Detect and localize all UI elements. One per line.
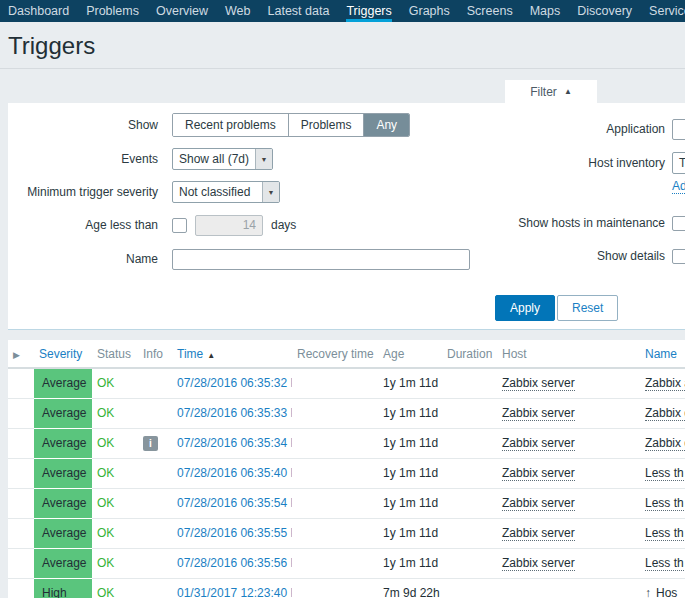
event-time-link[interactable]: 07/28/2016 06:35:56 PM <box>177 556 292 570</box>
column-header-name[interactable]: Name <box>640 340 685 368</box>
table-row: AverageOKi07/28/2016 06:35:34 PM1y 1m 11… <box>8 428 685 458</box>
info-cell <box>138 368 172 398</box>
maintenance-label: Show hosts in maintenance <box>465 216 665 230</box>
filter-row-host-inventory: Host inventory Type ▼ <box>465 151 685 175</box>
expand-cell <box>8 518 34 548</box>
recovery-time-cell <box>292 428 378 458</box>
host-link[interactable]: Zabbix server <box>502 496 575 511</box>
severity-cell: Average <box>34 518 92 548</box>
nav-item-web[interactable]: Web <box>225 0 250 22</box>
time-cell: 07/28/2016 06:35:32 PM <box>172 368 292 398</box>
name-cell: ↑Hos <box>640 578 685 598</box>
add-inventory-link[interactable]: Add <box>672 179 685 194</box>
expand-cell <box>8 578 34 598</box>
min-severity-select-value: Not classified <box>173 185 262 199</box>
host-link[interactable]: Zabbix server <box>502 526 575 541</box>
nav-item-dashboard[interactable]: Dashboard <box>8 0 69 22</box>
nav-item-services[interactable]: Services <box>649 0 685 22</box>
events-label: Events <box>8 152 158 166</box>
show-option-problems[interactable]: Problems <box>289 114 365 136</box>
event-time-link[interactable]: 01/31/2017 12:23:40 PM <box>177 586 292 598</box>
filter-collapse-icon: ▲ <box>564 87 572 96</box>
info-cell: i <box>138 428 172 458</box>
status-cell: OK <box>92 428 138 458</box>
name-cell: Less th <box>640 548 685 578</box>
host-inventory-select[interactable]: Type ▼ <box>672 152 685 174</box>
table-row: AverageOK07/28/2016 06:35:40 PM1y 1m 11d… <box>8 458 685 488</box>
filter-row-events: Events Show all (7d) ▼ <box>8 147 273 171</box>
age-cell: 1y 1m 11d <box>378 368 442 398</box>
status-cell: OK <box>92 488 138 518</box>
duration-cell <box>442 488 497 518</box>
host-cell: Zabbix server <box>497 458 640 488</box>
main-nav: DashboardProblemsOverviewWebLatest dataT… <box>0 0 685 22</box>
recovery-time-cell <box>292 548 378 578</box>
event-time-link[interactable]: 07/28/2016 06:35:54 PM <box>177 496 292 510</box>
table-row: AverageOK07/28/2016 06:35:55 PM1y 1m 11d… <box>8 518 685 548</box>
nav-item-triggers[interactable]: Triggers <box>346 0 391 22</box>
host-link[interactable]: Zabbix server <box>502 466 575 481</box>
event-time-link[interactable]: 07/28/2016 06:35:33 PM <box>177 406 292 420</box>
details-checkbox[interactable] <box>672 249 685 264</box>
expand-all-header[interactable]: ▶ <box>8 340 34 368</box>
event-time-link[interactable]: 07/28/2016 06:35:40 PM <box>177 466 292 480</box>
expand-cell <box>8 368 34 398</box>
duration-cell <box>442 458 497 488</box>
filter-row-application: Application <box>465 117 685 141</box>
host-link[interactable]: Zabbix server <box>502 436 575 451</box>
filter-row-min-severity: Minimum trigger severity Not classified … <box>8 180 280 204</box>
reset-button[interactable]: Reset <box>557 295 618 321</box>
nav-item-overview[interactable]: Overview <box>156 0 208 22</box>
info-icon[interactable]: i <box>143 436 158 451</box>
details-label: Show details <box>465 249 665 263</box>
host-inventory-label: Host inventory <box>465 156 665 170</box>
filter-tab-label: Filter <box>530 85 557 99</box>
host-link[interactable]: Zabbix server <box>502 556 575 571</box>
trigger-name-link[interactable]: Zabbix d <box>645 436 685 451</box>
name-cell: Zabbix d <box>640 398 685 428</box>
column-header-time[interactable]: Time▲ <box>172 340 292 368</box>
name-input[interactable] <box>172 249 470 270</box>
trigger-name-link[interactable]: Less th <box>645 496 684 511</box>
nav-item-discovery[interactable]: Discovery <box>577 0 632 22</box>
event-time-link[interactable]: 07/28/2016 06:35:32 PM <box>177 376 292 390</box>
name-cell: Zabbix a <box>640 368 685 398</box>
trigger-name-link[interactable]: Zabbix a <box>645 376 685 391</box>
recovery-time-cell <box>292 578 378 598</box>
name-label: Name <box>8 252 158 266</box>
trigger-name-link[interactable]: Zabbix d <box>645 406 685 421</box>
events-select[interactable]: Show all (7d) ▼ <box>172 148 273 170</box>
nav-item-latest-data[interactable]: Latest data <box>268 0 330 22</box>
host-cell: Zabbix server <box>497 398 640 428</box>
application-input[interactable] <box>672 119 685 140</box>
host-link[interactable]: Zabbix server <box>502 406 575 421</box>
host-link[interactable]: Zabbix server <box>502 376 575 391</box>
table-row: AverageOK07/28/2016 06:35:54 PM1y 1m 11d… <box>8 488 685 518</box>
filter-row-show: Show Recent problemsProblemsAny <box>8 113 410 137</box>
age-suffix-label: days <box>271 218 296 232</box>
nav-item-screens[interactable]: Screens <box>467 0 513 22</box>
min-severity-select[interactable]: Not classified ▼ <box>172 181 280 203</box>
show-option-recent-problems[interactable]: Recent problems <box>173 114 289 136</box>
event-time-link[interactable]: 07/28/2016 06:35:34 PM <box>177 436 292 450</box>
apply-button[interactable]: Apply <box>495 295 555 321</box>
filter-tab[interactable]: Filter ▲ <box>505 80 597 103</box>
column-header-severity[interactable]: Severity <box>34 340 92 368</box>
trigger-name-link[interactable]: Hos <box>656 586 677 598</box>
maintenance-checkbox[interactable] <box>672 216 685 231</box>
event-time-link[interactable]: 07/28/2016 06:35:55 PM <box>177 526 292 540</box>
column-header-recovery: Recovery time <box>292 340 378 368</box>
duration-cell <box>442 518 497 548</box>
nav-item-graphs[interactable]: Graphs <box>409 0 450 22</box>
nav-item-maps[interactable]: Maps <box>530 0 561 22</box>
trigger-name-link[interactable]: Less th <box>645 466 684 481</box>
show-option-any[interactable]: Any <box>364 114 409 136</box>
age-checkbox[interactable] <box>172 218 187 233</box>
trigger-name-link[interactable]: Less th <box>645 526 684 541</box>
expand-all-icon[interactable]: ▶ <box>13 350 20 360</box>
trigger-name-link[interactable]: Less th <box>645 556 684 571</box>
host-cell: Zabbix server <box>497 548 640 578</box>
age-cell: 1y 1m 11d <box>378 428 442 458</box>
name-cell: Zabbix d <box>640 428 685 458</box>
nav-item-problems[interactable]: Problems <box>86 0 139 22</box>
